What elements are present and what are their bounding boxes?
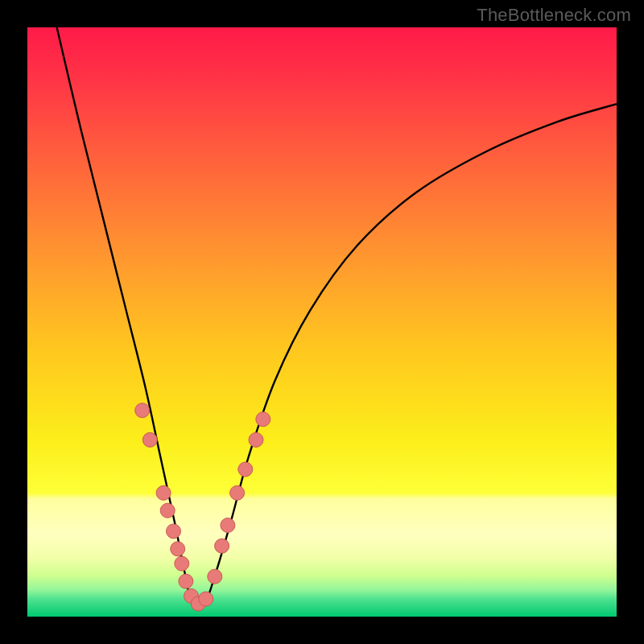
watermark-text: TheBottleneck.com xyxy=(477,5,631,26)
chart-frame: TheBottleneck.com xyxy=(0,0,644,644)
marker-dot xyxy=(156,485,171,500)
marker-dot xyxy=(238,462,253,477)
curve-path xyxy=(57,27,617,609)
marker-dot xyxy=(171,542,185,556)
marker-dot xyxy=(208,569,222,584)
marker-dot xyxy=(221,518,235,533)
marker-dot xyxy=(179,574,193,588)
marker-dot xyxy=(249,432,263,447)
marker-dot xyxy=(135,403,150,418)
marker-dot xyxy=(175,556,189,571)
marker-dot xyxy=(256,412,270,427)
bottleneck-curve xyxy=(27,27,617,617)
marker-dot xyxy=(160,503,175,518)
plot-area xyxy=(27,27,617,617)
marker-dot xyxy=(215,539,229,553)
marker-dot xyxy=(142,432,157,447)
marker-dot xyxy=(167,524,181,539)
marker-dot xyxy=(230,485,245,500)
marker-dot xyxy=(199,592,213,606)
